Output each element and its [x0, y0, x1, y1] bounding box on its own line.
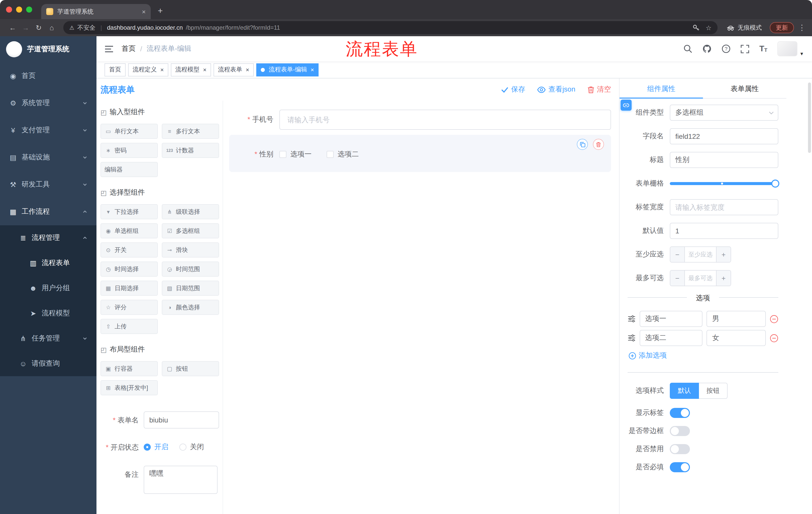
view-json-button[interactable]: 查看json — [538, 85, 575, 94]
drag-handle-icon[interactable] — [628, 334, 636, 342]
form-canvas[interactable]: 手机号 — [223, 101, 619, 514]
minus-button[interactable]: − — [670, 247, 685, 262]
bookmark-star-icon[interactable]: ☆ — [706, 24, 712, 31]
drag-handle-icon[interactable] — [628, 315, 636, 322]
component-type-select[interactable]: 多选框组 — [670, 105, 778, 121]
field-name-input[interactable] — [670, 128, 778, 144]
component-radio-group[interactable]: ◉单选框组 — [100, 223, 158, 238]
remove-option-button[interactable] — [770, 315, 778, 323]
min-select-input[interactable] — [685, 247, 716, 262]
component-multi-line-text[interactable]: ≡多行文本 — [162, 124, 219, 139]
component-upload[interactable]: ⇧上传 — [100, 319, 158, 334]
sidebar-item-devtools[interactable]: ⚒ 研发工具 — [0, 171, 96, 198]
sidebar-logo[interactable]: 芋道管理系统 — [0, 36, 96, 62]
tag-close-icon[interactable]: × — [311, 66, 314, 73]
tag-close-icon[interactable]: × — [203, 66, 206, 73]
tag-close-icon[interactable]: × — [246, 66, 249, 73]
remove-option-button[interactable] — [770, 334, 778, 342]
component-switch[interactable]: ⊙开关 — [100, 242, 158, 258]
status-off-radio[interactable]: 关闭 — [179, 442, 204, 452]
component-single-line-text[interactable]: ▭单行文本 — [100, 124, 158, 139]
minus-button[interactable]: − — [670, 271, 685, 286]
tab-close-icon[interactable]: × — [142, 8, 146, 15]
home-icon[interactable]: ⌂ — [45, 24, 58, 32]
component-time-range[interactable]: ◶时间范围 — [162, 262, 219, 277]
component-cascader[interactable]: ⋔级联选择 — [162, 204, 219, 219]
tag-process-definition[interactable]: 流程定义 × — [128, 63, 168, 76]
github-icon[interactable] — [702, 44, 712, 53]
show-label-toggle[interactable] — [670, 408, 690, 418]
component-date-range[interactable]: ▧日期范围 — [162, 281, 219, 296]
sidebar-item-task-management[interactable]: ⋔ 任务管理 — [0, 326, 96, 351]
zoom-window-button[interactable] — [26, 6, 32, 12]
clear-button[interactable]: 清空 — [587, 85, 611, 94]
component-color-picker[interactable]: ◑颜色选择 — [162, 300, 219, 315]
sidebar-item-process-model[interactable]: ➤ 流程模型 — [0, 301, 96, 326]
default-value-input[interactable] — [670, 223, 778, 239]
slider-track[interactable] — [670, 182, 778, 185]
forward-icon[interactable]: → — [19, 24, 32, 32]
sidebar-item-leave-query[interactable]: ☺ 请假查询 — [0, 351, 96, 376]
browser-tab[interactable]: 芋道管理系统 × — [41, 4, 151, 19]
slider-handle[interactable] — [771, 180, 779, 188]
component-table-dev[interactable]: ⊞表格[开发中] — [100, 380, 158, 395]
tag-home[interactable]: 首页 — [105, 63, 126, 76]
save-button[interactable]: 保存 — [501, 85, 525, 94]
style-button-button[interactable]: 按钮 — [699, 383, 728, 399]
not-secure-icon[interactable]: ⚠ — [69, 24, 75, 31]
tag-close-icon[interactable]: × — [160, 66, 164, 73]
tab-component-props[interactable]: 组件属性 — [619, 78, 703, 98]
update-button[interactable]: 更新 — [770, 22, 794, 33]
search-icon[interactable] — [684, 44, 692, 53]
component-password[interactable]: ∗密码 — [100, 143, 158, 158]
style-default-button[interactable]: 默认 — [670, 383, 699, 399]
scrollbar-thumb[interactable] — [808, 82, 811, 153]
tag-process-form-edit[interactable]: 流程表单-编辑 × — [256, 63, 319, 76]
tag-process-model[interactable]: 流程模型 × — [171, 63, 211, 76]
tab-form-props[interactable]: 表单属性 — [703, 78, 786, 98]
label-width-input[interactable] — [670, 199, 778, 215]
grid-slider[interactable] — [670, 175, 778, 192]
copy-component-button[interactable] — [577, 139, 588, 150]
plus-button[interactable]: + — [716, 247, 731, 262]
required-toggle[interactable] — [670, 462, 690, 472]
option-label-input[interactable] — [640, 330, 703, 346]
component-checkbox-group[interactable]: ☑多选框组 — [162, 223, 219, 238]
delete-component-button[interactable] — [593, 139, 604, 150]
font-size-icon[interactable]: TT — [759, 45, 767, 53]
user-menu[interactable]: ▼ — [777, 41, 804, 56]
component-time-picker[interactable]: ◷时间选择 — [100, 262, 158, 277]
fullscreen-icon[interactable] — [741, 45, 749, 53]
component-counter[interactable]: 123计数器 — [162, 143, 219, 158]
component-slider[interactable]: ⊸滑块 — [162, 242, 219, 258]
phone-field-row[interactable]: 手机号 — [229, 110, 611, 130]
option-value-input[interactable] — [707, 311, 766, 327]
component-dropdown[interactable]: ▾下拉选择 — [100, 204, 158, 219]
new-tab-button[interactable]: + — [158, 3, 163, 19]
title-input[interactable] — [670, 152, 778, 168]
selected-gender-component[interactable]: 性别 选项一 选项二 — [229, 135, 611, 172]
remark-textarea[interactable]: 嘿嘿 — [144, 466, 218, 494]
component-date-picker[interactable]: ▦日期选择 — [100, 281, 158, 296]
border-toggle[interactable] — [670, 426, 690, 436]
option-value-input[interactable] — [707, 330, 766, 346]
browser-menu-icon[interactable]: ⋮ — [798, 23, 806, 32]
disabled-toggle[interactable] — [670, 444, 690, 454]
sidebar-item-home[interactable]: ◉ 首页 — [0, 62, 96, 89]
component-button[interactable]: ▢按钮 — [162, 361, 219, 376]
plus-button[interactable]: + — [716, 271, 731, 286]
url-box[interactable]: ⚠ 不安全 | dashboard.yudao.iocoder.cn /bpm/… — [63, 21, 718, 34]
back-icon[interactable]: ← — [6, 24, 19, 32]
reload-icon[interactable]: ↻ — [32, 24, 45, 32]
component-editor[interactable]: 编辑器 — [100, 162, 158, 177]
help-icon[interactable]: ? — [722, 44, 731, 53]
sidebar-item-system[interactable]: ⚙ 系统管理 — [0, 89, 96, 117]
gender-option-2[interactable]: 选项二 — [327, 150, 359, 159]
gender-option-1[interactable]: 选项一 — [279, 150, 312, 159]
hamburger-icon[interactable] — [105, 45, 114, 53]
sidebar-item-process-management[interactable]: ≣ 流程管理 — [0, 225, 96, 250]
component-row-container[interactable]: ▣行容器 — [100, 361, 158, 376]
status-on-radio[interactable]: 开启 — [144, 442, 168, 452]
link-icon[interactable] — [620, 100, 632, 111]
sidebar-item-workflow[interactable]: ▦ 工作流程 — [0, 198, 96, 225]
